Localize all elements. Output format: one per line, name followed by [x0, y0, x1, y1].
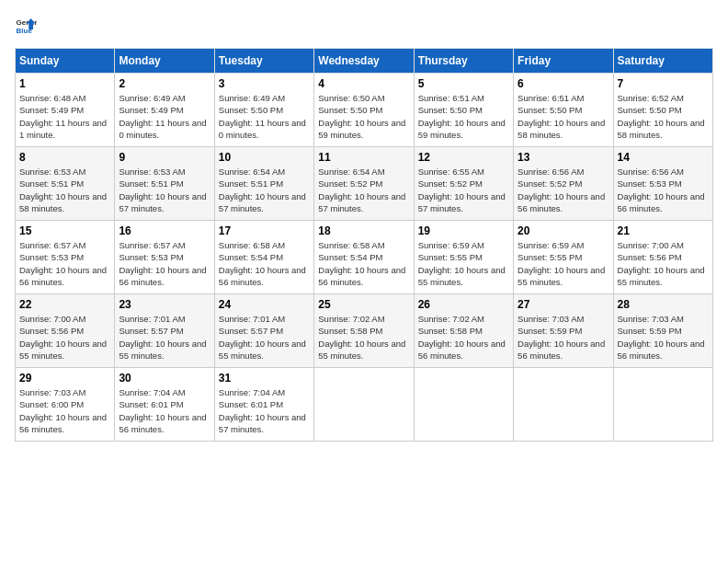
calendar-week-row: 29 Sunrise: 7:03 AM Sunset: 6:00 PM Dayl… [16, 368, 713, 442]
day-info: Sunrise: 7:04 AM Sunset: 6:01 PM Dayligh… [219, 386, 310, 435]
day-info: Sunrise: 6:50 AM Sunset: 5:50 PM Dayligh… [318, 92, 409, 141]
logo-icon: General Blue [15, 15, 37, 37]
day-info: Sunrise: 6:57 AM Sunset: 5:53 PM Dayligh… [119, 239, 210, 288]
day-number: 10 [219, 151, 310, 164]
day-info: Sunrise: 6:59 AM Sunset: 5:55 PM Dayligh… [418, 239, 509, 288]
calendar-cell [514, 368, 613, 442]
day-number: 8 [19, 151, 110, 164]
day-info: Sunrise: 6:51 AM Sunset: 5:50 PM Dayligh… [418, 92, 509, 141]
calendar-cell: 8 Sunrise: 6:53 AM Sunset: 5:51 PM Dayli… [16, 147, 115, 221]
calendar-cell: 1 Sunrise: 6:48 AM Sunset: 5:49 PM Dayli… [16, 74, 115, 147]
day-info: Sunrise: 6:59 AM Sunset: 5:55 PM Dayligh… [518, 239, 609, 288]
calendar-cell: 20 Sunrise: 6:59 AM Sunset: 5:55 PM Dayl… [514, 221, 613, 294]
calendar-cell: 10 Sunrise: 6:54 AM Sunset: 5:51 PM Dayl… [214, 147, 313, 221]
day-info: Sunrise: 7:04 AM Sunset: 6:01 PM Dayligh… [119, 386, 210, 435]
day-info: Sunrise: 6:55 AM Sunset: 5:52 PM Dayligh… [418, 166, 509, 214]
calendar-cell: 26 Sunrise: 7:02 AM Sunset: 5:58 PM Dayl… [414, 294, 513, 368]
calendar-week-row: 22 Sunrise: 7:00 AM Sunset: 5:56 PM Dayl… [16, 294, 713, 368]
day-number: 4 [318, 77, 409, 90]
day-number: 28 [618, 298, 709, 311]
calendar-cell: 16 Sunrise: 6:57 AM Sunset: 5:53 PM Dayl… [115, 221, 214, 294]
calendar-cell: 24 Sunrise: 7:01 AM Sunset: 5:57 PM Dayl… [214, 294, 313, 368]
day-number: 14 [618, 151, 709, 164]
calendar-cell: 19 Sunrise: 6:59 AM Sunset: 5:55 PM Dayl… [414, 221, 513, 294]
day-info: Sunrise: 7:03 AM Sunset: 6:00 PM Dayligh… [19, 386, 110, 435]
logo: General Blue [15, 15, 37, 37]
day-info: Sunrise: 7:01 AM Sunset: 5:57 PM Dayligh… [119, 313, 210, 362]
weekday-header: Tuesday [214, 49, 313, 74]
weekday-header: Sunday [16, 49, 115, 74]
calendar-cell: 5 Sunrise: 6:51 AM Sunset: 5:50 PM Dayli… [414, 74, 513, 147]
calendar-cell: 28 Sunrise: 7:03 AM Sunset: 5:59 PM Dayl… [613, 294, 712, 368]
day-number: 3 [219, 77, 310, 90]
calendar-cell: 29 Sunrise: 7:03 AM Sunset: 6:00 PM Dayl… [16, 368, 115, 442]
day-number: 21 [618, 224, 709, 237]
day-number: 30 [119, 372, 210, 385]
day-info: Sunrise: 6:54 AM Sunset: 5:52 PM Dayligh… [318, 166, 409, 214]
day-number: 5 [418, 77, 509, 90]
day-info: Sunrise: 6:52 AM Sunset: 5:50 PM Dayligh… [618, 92, 709, 141]
header: General Blue [15, 15, 713, 37]
calendar-cell: 30 Sunrise: 7:04 AM Sunset: 6:01 PM Dayl… [115, 368, 214, 442]
calendar-cell: 17 Sunrise: 6:58 AM Sunset: 5:54 PM Dayl… [214, 221, 313, 294]
day-number: 17 [219, 224, 310, 237]
day-number: 6 [518, 77, 609, 90]
day-number: 26 [418, 298, 509, 311]
day-number: 16 [119, 224, 210, 237]
day-number: 24 [219, 298, 310, 311]
weekday-header: Friday [514, 49, 613, 74]
calendar-cell [414, 368, 513, 442]
calendar-cell: 18 Sunrise: 6:58 AM Sunset: 5:54 PM Dayl… [314, 221, 414, 294]
day-info: Sunrise: 7:01 AM Sunset: 5:57 PM Dayligh… [219, 313, 310, 362]
calendar-cell: 3 Sunrise: 6:49 AM Sunset: 5:50 PM Dayli… [214, 74, 313, 147]
calendar-cell: 2 Sunrise: 6:49 AM Sunset: 5:49 PM Dayli… [115, 74, 214, 147]
calendar-week-row: 8 Sunrise: 6:53 AM Sunset: 5:51 PM Dayli… [16, 147, 713, 221]
weekday-header: Monday [115, 49, 214, 74]
calendar-cell: 14 Sunrise: 6:56 AM Sunset: 5:53 PM Dayl… [613, 147, 712, 221]
day-info: Sunrise: 7:00 AM Sunset: 5:56 PM Dayligh… [618, 239, 709, 288]
day-info: Sunrise: 7:03 AM Sunset: 5:59 PM Dayligh… [618, 313, 709, 362]
calendar-cell: 12 Sunrise: 6:55 AM Sunset: 5:52 PM Dayl… [414, 147, 513, 221]
weekday-header: Thursday [414, 49, 513, 74]
day-number: 18 [318, 224, 409, 237]
day-number: 22 [19, 298, 110, 311]
calendar-cell [314, 368, 414, 442]
day-number: 19 [418, 224, 509, 237]
day-number: 23 [119, 298, 210, 311]
day-number: 11 [318, 151, 409, 164]
day-number: 9 [119, 151, 210, 164]
day-info: Sunrise: 7:02 AM Sunset: 5:58 PM Dayligh… [418, 313, 509, 362]
day-number: 31 [219, 372, 310, 385]
calendar-cell [613, 368, 712, 442]
calendar-cell: 21 Sunrise: 7:00 AM Sunset: 5:56 PM Dayl… [613, 221, 712, 294]
calendar-table: SundayMondayTuesdayWednesdayThursdayFrid… [15, 48, 713, 442]
day-number: 20 [518, 224, 609, 237]
calendar-cell: 13 Sunrise: 6:56 AM Sunset: 5:52 PM Dayl… [514, 147, 613, 221]
calendar-cell: 4 Sunrise: 6:50 AM Sunset: 5:50 PM Dayli… [314, 74, 414, 147]
weekday-header-row: SundayMondayTuesdayWednesdayThursdayFrid… [16, 49, 713, 74]
weekday-header: Saturday [613, 49, 712, 74]
day-number: 1 [19, 77, 110, 90]
day-info: Sunrise: 6:48 AM Sunset: 5:49 PM Dayligh… [19, 92, 110, 141]
calendar-cell: 7 Sunrise: 6:52 AM Sunset: 5:50 PM Dayli… [613, 74, 712, 147]
calendar-cell: 15 Sunrise: 6:57 AM Sunset: 5:53 PM Dayl… [16, 221, 115, 294]
day-number: 29 [19, 372, 110, 385]
day-info: Sunrise: 6:58 AM Sunset: 5:54 PM Dayligh… [219, 239, 310, 288]
weekday-header: Wednesday [314, 49, 414, 74]
calendar-cell: 11 Sunrise: 6:54 AM Sunset: 5:52 PM Dayl… [314, 147, 414, 221]
day-info: Sunrise: 6:49 AM Sunset: 5:49 PM Dayligh… [119, 92, 210, 141]
day-number: 2 [119, 77, 210, 90]
day-info: Sunrise: 6:58 AM Sunset: 5:54 PM Dayligh… [318, 239, 409, 288]
day-info: Sunrise: 7:02 AM Sunset: 5:58 PM Dayligh… [318, 313, 409, 362]
calendar-cell: 27 Sunrise: 7:03 AM Sunset: 5:59 PM Dayl… [514, 294, 613, 368]
day-info: Sunrise: 6:53 AM Sunset: 5:51 PM Dayligh… [19, 166, 110, 214]
day-number: 27 [518, 298, 609, 311]
day-info: Sunrise: 6:53 AM Sunset: 5:51 PM Dayligh… [119, 166, 210, 214]
day-info: Sunrise: 7:00 AM Sunset: 5:56 PM Dayligh… [19, 313, 110, 362]
day-number: 7 [618, 77, 709, 90]
day-number: 13 [518, 151, 609, 164]
calendar-week-row: 1 Sunrise: 6:48 AM Sunset: 5:49 PM Dayli… [16, 74, 713, 147]
calendar-cell: 6 Sunrise: 6:51 AM Sunset: 5:50 PM Dayli… [514, 74, 613, 147]
calendar-cell: 22 Sunrise: 7:00 AM Sunset: 5:56 PM Dayl… [16, 294, 115, 368]
day-info: Sunrise: 6:56 AM Sunset: 5:53 PM Dayligh… [618, 166, 709, 214]
